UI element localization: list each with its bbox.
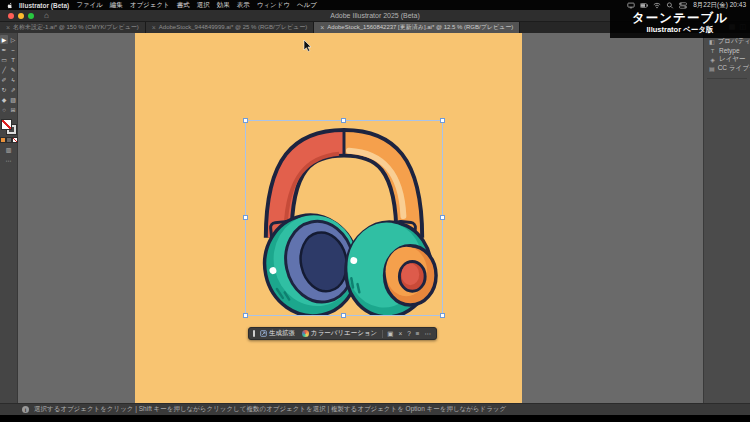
- menu-window[interactable]: ウィンドウ: [257, 1, 290, 10]
- display-icon[interactable]: [627, 2, 635, 9]
- shaper-tool[interactable]: ϟ: [9, 75, 17, 84]
- contextual-task-bar: 生成拡張 カラーバリエーション ▣ × ? ≡ ⋯: [248, 327, 437, 340]
- panel-tab-retype[interactable]: T Retype: [704, 46, 750, 55]
- generative-expand-button[interactable]: 生成拡張: [258, 328, 297, 339]
- direct-selection-tool[interactable]: ▷: [9, 35, 17, 44]
- tab-label: 名称未設定-1.ai* @ 150 % (CMYK/プレビュー): [13, 23, 139, 32]
- menu-edit[interactable]: 編集: [110, 1, 123, 10]
- document-tab-1[interactable]: × 名称未設定-1.ai* @ 150 % (CMYK/プレビュー): [0, 22, 146, 33]
- move-bar-icon[interactable]: ×: [397, 330, 403, 337]
- main-area: ▶ ▷ ✒ ~ ▭ T ╱ ✎ ✐ ϟ ↻ ⇗ ◆ ▨ ○ ⊞: [0, 33, 750, 403]
- overlay-title: ターンテーブル: [610, 11, 750, 25]
- paintbrush-tool[interactable]: ✎: [9, 65, 17, 74]
- scale-tool[interactable]: ⇗: [9, 85, 17, 94]
- tools-panel: ▶ ▷ ✒ ~ ▭ T ╱ ✎ ✐ ϟ ↻ ⇗ ◆ ▨ ○ ⊞: [0, 33, 18, 403]
- battery-icon[interactable]: [640, 2, 648, 9]
- menubar-clock[interactable]: 8月22日(金) 20:43: [693, 1, 746, 10]
- control-center-icon[interactable]: [679, 2, 687, 9]
- right-hinge: [385, 246, 436, 305]
- right-panel: ◧ プロパティ T Retype ◈ レイヤー ▤ CC ライブラリ: [703, 33, 750, 403]
- taskbar-grip[interactable]: [253, 330, 255, 337]
- curvature-tool[interactable]: ~: [9, 45, 17, 54]
- search-icon[interactable]: [666, 2, 674, 9]
- tool-grid: ▶ ▷ ✒ ~ ▭ T ╱ ✎ ✐ ϟ ↻ ⇗ ◆ ▨ ○ ⊞: [0, 35, 17, 114]
- panel-label: プロパティ: [718, 37, 750, 46]
- close-tab-icon[interactable]: ×: [320, 24, 324, 31]
- none-button[interactable]: [13, 138, 17, 142]
- bottom-strip: [0, 415, 750, 422]
- layers-icon: ◈: [709, 56, 716, 63]
- gradient-tool[interactable]: ▨: [9, 95, 17, 104]
- cc-libraries-icon: ▤: [709, 65, 715, 72]
- properties-icon: ◧: [709, 38, 715, 45]
- panel-tab-layers[interactable]: ◈ レイヤー: [704, 55, 750, 64]
- menu-help[interactable]: ヘルプ: [297, 1, 317, 10]
- color-mode-buttons: [1, 138, 17, 142]
- retype-icon: T: [709, 48, 716, 54]
- menu-file[interactable]: ファイル: [76, 1, 103, 10]
- color-button[interactable]: [1, 138, 5, 142]
- document-tab-2[interactable]: × AdobeStock_944849999.ai* @ 25 % (RGB/プ…: [146, 22, 315, 33]
- close-tab-icon[interactable]: ×: [152, 24, 156, 31]
- menu-object[interactable]: オブジェクト: [130, 1, 170, 10]
- headphones-artwork[interactable]: [246, 121, 442, 315]
- line-tool[interactable]: ╱: [0, 65, 8, 74]
- caption-overlay: ターンテーブル Illustrator ベータ版: [610, 10, 750, 38]
- pen-tool[interactable]: ✒: [0, 45, 8, 54]
- pencil-tool[interactable]: ✐: [0, 75, 8, 84]
- menu-type[interactable]: 書式: [177, 1, 190, 10]
- canvas[interactable]: 生成拡張 カラーバリエーション ▣ × ? ≡ ⋯: [18, 33, 703, 403]
- wifi-icon[interactable]: [653, 2, 661, 9]
- status-hint-text: 選択するオブジェクトをクリック | Shift キーを押しながらクリックして複数…: [34, 405, 506, 414]
- menu-effect[interactable]: 効果: [217, 1, 230, 10]
- selection-handle-n[interactable]: [341, 118, 346, 123]
- gradient-button[interactable]: [7, 138, 11, 142]
- panel-separator: [707, 78, 747, 79]
- mouse-cursor: [303, 40, 311, 52]
- more-icon[interactable]: ⋯: [424, 330, 433, 338]
- fill-swatch[interactable]: [2, 120, 11, 129]
- zoom-tool[interactable]: ○: [0, 105, 8, 114]
- fill-stroke-swatches: [2, 120, 16, 134]
- color-variations-button[interactable]: カラーバリエーション: [300, 328, 379, 339]
- screen: Illustrator (Beta) ファイル 編集 オブジェクト 書式 選択 …: [0, 0, 750, 422]
- more-tools-button[interactable]: ⋯: [6, 157, 12, 164]
- panel-tab-properties[interactable]: ◧ プロパティ: [704, 37, 750, 46]
- panel-label: Retype: [719, 47, 740, 54]
- expand-options-icon[interactable]: ▣: [386, 330, 394, 338]
- overlay-subtitle: Illustrator ベータ版: [610, 25, 750, 34]
- help-icon[interactable]: ?: [406, 330, 412, 337]
- info-icon: i: [22, 406, 29, 413]
- rectangle-tool[interactable]: ▭: [0, 55, 8, 64]
- tab-label: AdobeStock_1560842237 [更新済み].ai* @ 12.5 …: [327, 23, 513, 32]
- panel-tab-cc-libraries[interactable]: ▤ CC ライブラリ: [704, 64, 750, 73]
- type-tool[interactable]: T: [9, 55, 17, 64]
- selection-handle-nw[interactable]: [243, 118, 248, 123]
- selection-bounding-box[interactable]: [245, 120, 443, 316]
- document-tab-3-active[interactable]: × AdobeStock_1560842237 [更新済み].ai* @ 12.…: [314, 22, 520, 33]
- selection-handle-se[interactable]: [440, 313, 445, 318]
- selection-tool[interactable]: ▶: [0, 35, 8, 44]
- panel-label: レイヤー: [719, 55, 745, 64]
- selection-handle-ne[interactable]: [440, 118, 445, 123]
- selection-handle-s[interactable]: [341, 313, 346, 318]
- selection-handle-sw[interactable]: [243, 313, 248, 318]
- close-tab-icon[interactable]: ×: [6, 24, 10, 31]
- apple-logo-icon[interactable]: [6, 2, 13, 9]
- selection-handle-w[interactable]: [243, 215, 248, 220]
- rotate-tool[interactable]: ↻: [0, 85, 8, 94]
- screen-mode-button[interactable]: ▥: [6, 146, 12, 153]
- eyedropper-tool[interactable]: ◆: [0, 95, 8, 104]
- color-wheel-icon: [302, 330, 309, 337]
- generative-expand-icon: [260, 330, 267, 337]
- taskbar-separator: [382, 330, 383, 338]
- selection-handle-e[interactable]: [440, 215, 445, 220]
- generative-expand-label: 生成拡張: [269, 329, 295, 338]
- menu-app[interactable]: Illustrator (Beta): [19, 2, 69, 9]
- color-variations-label: カラーバリエーション: [311, 329, 377, 338]
- menu-select[interactable]: 選択: [197, 1, 210, 10]
- menu-icon[interactable]: ≡: [415, 330, 421, 337]
- artboard-tool[interactable]: ⊞: [9, 105, 17, 114]
- macos-menu-bar: Illustrator (Beta) ファイル 編集 オブジェクト 書式 選択 …: [0, 0, 750, 10]
- menu-view[interactable]: 表示: [237, 1, 250, 10]
